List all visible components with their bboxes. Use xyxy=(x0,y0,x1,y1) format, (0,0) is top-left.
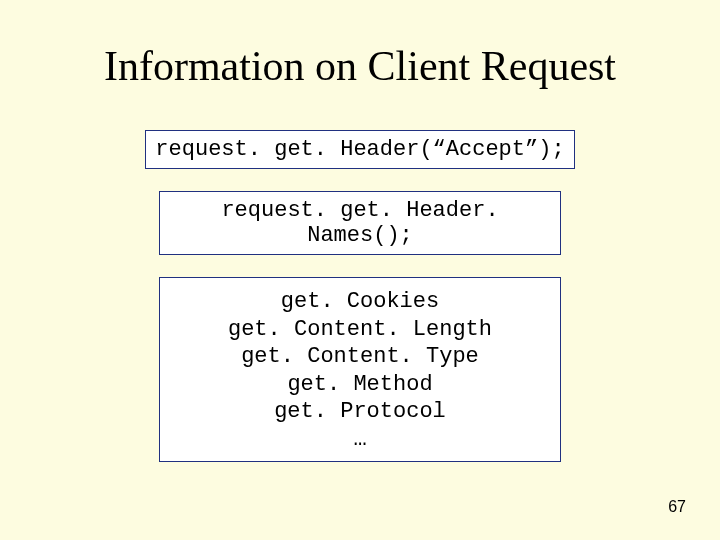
list-item: … xyxy=(168,426,552,454)
list-item: get. Protocol xyxy=(168,398,552,426)
list-item: get. Content. Length xyxy=(168,316,552,344)
list-item: get. Method xyxy=(168,371,552,399)
content-area: request. get. Header(“Accept”); request.… xyxy=(0,130,720,462)
code-box-1: request. get. Header(“Accept”); xyxy=(145,130,575,169)
code-box-3: get. Cookies get. Content. Length get. C… xyxy=(159,277,561,462)
code-box-2: request. get. Header. Names(); xyxy=(159,191,561,255)
code-text-1: request. get. Header(“Accept”); xyxy=(155,137,564,162)
code-text-2: request. get. Header. Names(); xyxy=(221,198,498,248)
page-number: 67 xyxy=(668,498,686,516)
list-item: get. Cookies xyxy=(168,288,552,316)
slide-title: Information on Client Request xyxy=(0,42,720,90)
list-item: get. Content. Type xyxy=(168,343,552,371)
